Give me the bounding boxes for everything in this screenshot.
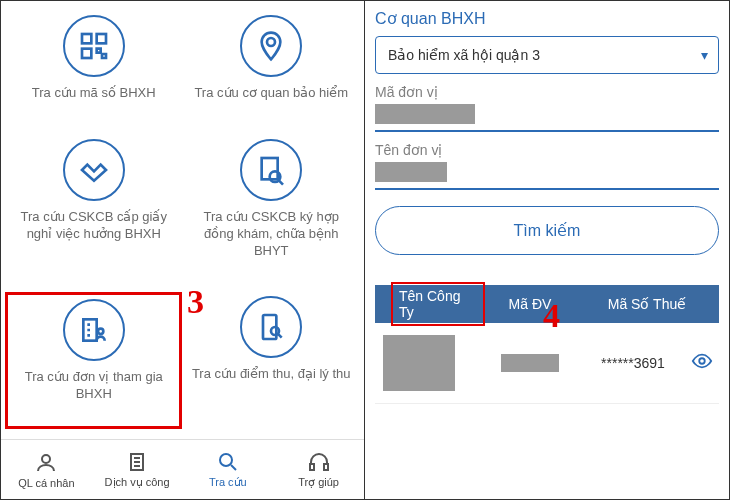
svg-rect-2: [82, 49, 91, 58]
nav-label: Tra cứu: [209, 476, 247, 489]
user-gear-icon: [34, 451, 58, 475]
svg-point-12: [220, 454, 232, 466]
agency-field: Cơ quan BHXH Bảo hiểm xã hội quận 3: [375, 9, 719, 74]
svg-rect-1: [96, 34, 105, 43]
col-taxcode: Mã Số Thuế: [575, 296, 719, 312]
phone-search-icon: [240, 296, 302, 358]
lookup-label: Tra cứu CSKCB cấp giấy nghỉ việc hưởng B…: [11, 209, 176, 243]
col-company: Tên Công Ty: [375, 282, 485, 326]
lookup-collection-point[interactable]: Tra cứu điểm thu, đại lý thu: [182, 292, 359, 429]
bottom-navigation: QL cá nhân Dịch vụ công Tra cứu Trợ giúp: [1, 439, 364, 499]
agency-label: Cơ quan BHXH: [375, 9, 719, 28]
nav-label: QL cá nhân: [18, 477, 74, 489]
lookup-menu-panel: Tra cứu mã số BHXH Tra cứu cơ quan bảo h…: [1, 1, 365, 499]
search-icon: [216, 450, 240, 474]
cell-company: [375, 335, 485, 391]
svg-point-3: [267, 38, 275, 46]
redacted-block: [501, 354, 559, 372]
lookup-label: Tra cứu đơn vị tham gia BHXH: [14, 369, 173, 403]
col-company-label: Tên Công Ty: [391, 282, 485, 326]
col-unitcode: Mã ĐV: [485, 296, 575, 312]
lookup-label: Tra cứu mã số BHXH: [32, 85, 156, 102]
lookup-insurance-agency[interactable]: Tra cứu cơ quan bảo hiểm: [182, 11, 359, 125]
lookup-label: Tra cứu điểm thu, đại lý thu: [192, 366, 351, 383]
doc-search-icon: [240, 139, 302, 201]
step-annotation-3: 3: [187, 283, 204, 321]
search-form-panel: Cơ quan BHXH Bảo hiểm xã hội quận 3 Mã đ…: [365, 1, 729, 499]
eye-icon[interactable]: [691, 350, 719, 377]
svg-point-10: [42, 455, 50, 463]
unit-code-field: Mã đơn vị: [375, 84, 719, 132]
svg-rect-14: [324, 464, 328, 470]
table-row[interactable]: ******3691: [375, 323, 719, 404]
unit-name-input[interactable]: [375, 162, 719, 190]
redacted-block: [375, 162, 447, 182]
building-person-icon: [63, 299, 125, 361]
search-button[interactable]: Tìm kiếm: [375, 206, 719, 255]
nav-public-service[interactable]: Dịch vụ công: [92, 450, 183, 489]
handshake-icon: [63, 139, 125, 201]
agency-select[interactable]: Bảo hiểm xã hội quận 3: [375, 36, 719, 74]
svg-point-15: [699, 358, 705, 364]
svg-rect-0: [82, 34, 91, 43]
document-icon: [125, 450, 149, 474]
redacted-block: [383, 335, 455, 391]
svg-point-7: [98, 329, 103, 334]
nav-personal[interactable]: QL cá nhân: [1, 451, 92, 489]
lookup-grid: Tra cứu mã số BHXH Tra cứu cơ quan bảo h…: [1, 1, 364, 439]
lookup-label: Tra cứu CSKCB ký hợp đồng khám, chữa bện…: [188, 209, 353, 260]
lookup-bhxh-code[interactable]: Tra cứu mã số BHXH: [5, 11, 182, 125]
unit-code-label: Mã đơn vị: [375, 84, 719, 100]
unit-code-input[interactable]: [375, 104, 719, 132]
redacted-block: [375, 104, 475, 124]
lookup-cskcb-leave[interactable]: Tra cứu CSKCB cấp giấy nghỉ việc hưởng B…: [5, 135, 182, 283]
headset-icon: [307, 450, 331, 474]
cell-taxcode: ******3691: [575, 355, 691, 371]
svg-rect-13: [310, 464, 314, 470]
location-badge-icon: [240, 15, 302, 77]
cell-unitcode: [485, 354, 575, 372]
nav-label: Dịch vụ công: [105, 476, 170, 489]
qr-icon: [63, 15, 125, 77]
nav-label: Trợ giúp: [298, 476, 339, 489]
nav-help[interactable]: Trợ giúp: [273, 450, 364, 489]
unit-name-label: Tên đơn vị: [375, 142, 719, 158]
lookup-label: Tra cứu cơ quan bảo hiểm: [194, 85, 348, 102]
nav-lookup[interactable]: Tra cứu: [182, 450, 273, 489]
step-annotation-4: 4: [543, 297, 560, 335]
lookup-cskcb-contract[interactable]: Tra cứu CSKCB ký hợp đồng khám, chữa bện…: [182, 135, 359, 283]
unit-name-field: Tên đơn vị: [375, 142, 719, 190]
lookup-unit-participation[interactable]: Tra cứu đơn vị tham gia BHXH: [5, 292, 182, 429]
